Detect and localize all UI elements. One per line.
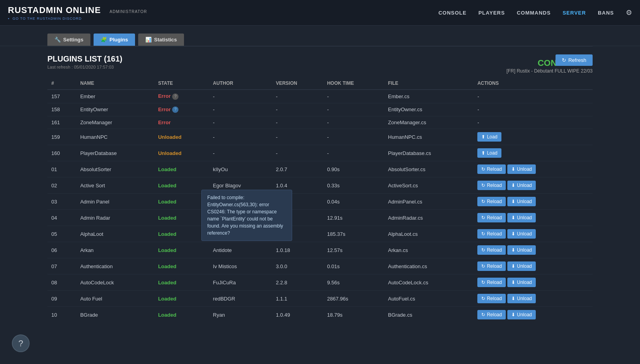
- help-icon[interactable]: ?: [172, 93, 178, 100]
- cell-hooktime: -: [323, 116, 384, 129]
- cell-actions: -: [473, 103, 593, 116]
- cell-file: ZoneManager.cs: [384, 116, 473, 129]
- plugins-table-wrapper: # Name State Author Version Hook time Fi…: [47, 75, 593, 320]
- cell-hooktime: 0.01s: [323, 258, 384, 274]
- unload-button[interactable]: ⬇Unload: [507, 294, 536, 303]
- cell-file: HumanNPC.cs: [384, 129, 473, 145]
- unload-button[interactable]: ⬇Unload: [507, 261, 536, 271]
- unload-button[interactable]: ⬇Unload: [507, 310, 536, 319]
- cell-state: Loaded: [154, 258, 209, 274]
- nav-players[interactable]: PLAYERS: [479, 10, 505, 16]
- nav-bans[interactable]: BANS: [598, 10, 614, 16]
- reload-icon: ↻: [481, 263, 485, 269]
- cell-actions: -: [473, 90, 593, 103]
- unload-icon: ⬇: [511, 199, 515, 204]
- unload-button[interactable]: ⬇Unload: [507, 197, 536, 206]
- unload-icon: ⬇: [511, 247, 515, 253]
- cell-name: AbsolutSorter: [76, 161, 154, 177]
- cell-name: Admin Panel: [76, 194, 154, 210]
- cell-hooktime: 0.90s: [323, 161, 384, 177]
- reload-icon: ↻: [481, 166, 485, 172]
- cell-author: -: [209, 145, 272, 161]
- load-icon: ⬆: [481, 150, 485, 156]
- cell-num: 159: [47, 129, 76, 145]
- cell-actions: ↻Reload⬇Unload: [473, 274, 593, 291]
- cell-file: AdminRadar.cs: [384, 210, 473, 226]
- reload-button[interactable]: ↻Reload: [477, 261, 506, 271]
- unload-button[interactable]: ⬇Unload: [507, 164, 536, 174]
- cell-hooktime: 0.04s: [323, 194, 384, 210]
- cell-state: Loaded: [154, 161, 209, 177]
- cell-author: -: [209, 90, 272, 103]
- unload-button[interactable]: ⬇Unload: [507, 245, 536, 255]
- gear-icon[interactable]: ⚙: [626, 8, 632, 17]
- cell-actions: ↻Reload⬇Unload: [473, 258, 593, 274]
- reload-button[interactable]: ↻Reload: [477, 181, 506, 190]
- unload-button[interactable]: ⬇Unload: [507, 181, 536, 190]
- reload-button[interactable]: ↻Reload: [477, 197, 506, 206]
- cell-hooktime: 9.56s: [323, 274, 384, 291]
- discord-link[interactable]: ▪ GO TO THE RUSTADMIN DISCORD: [8, 17, 147, 21]
- cell-num: 160: [47, 145, 76, 161]
- cell-actions: ↻Reload⬇Unload: [473, 177, 593, 194]
- unload-button[interactable]: ⬇Unload: [507, 213, 536, 222]
- cell-file: AlphaLoot.cs: [384, 226, 473, 242]
- help-icon[interactable]: ?: [172, 106, 178, 113]
- cell-hooktime: 2867.96s: [323, 291, 384, 307]
- tab-plugins[interactable]: 🧩 Plugins: [94, 34, 135, 46]
- cell-file: AutoFuel.cs: [384, 291, 473, 307]
- table-row: 02 Active Sort Loaded Egor Blagov 1.0.4 …: [47, 177, 593, 194]
- reload-button[interactable]: ↻Reload: [477, 310, 506, 319]
- cell-actions: ↻Reload⬇Unload: [473, 242, 593, 258]
- cell-hooktime: 18.79s: [323, 307, 384, 320]
- reload-icon: ↻: [481, 183, 485, 188]
- unload-icon: ⬇: [511, 231, 515, 237]
- cell-num: 05: [47, 226, 76, 242]
- unload-icon: ⬇: [511, 215, 515, 220]
- unload-icon: ⬇: [511, 280, 515, 285]
- reload-button[interactable]: ↻Reload: [477, 294, 506, 303]
- cell-num: 161: [47, 116, 76, 129]
- cell-file: Arkan.cs: [384, 242, 473, 258]
- cell-author: FuJiCuRa: [209, 274, 272, 291]
- reload-icon: ↻: [481, 215, 485, 220]
- cell-file: Authentication.cs: [384, 258, 473, 274]
- help-button[interactable]: ?: [12, 334, 30, 352]
- cell-version: -: [272, 116, 323, 129]
- table-row: 07 Authentication Loaded Iv Misticos 3.0…: [47, 258, 593, 274]
- nav-console[interactable]: CONSOLE: [438, 10, 466, 16]
- unload-button[interactable]: ⬇Unload: [507, 229, 536, 239]
- reload-button[interactable]: ↻Reload: [477, 278, 506, 287]
- refresh-button[interactable]: ↻ Refresh: [556, 54, 593, 66]
- reload-button[interactable]: ↻Reload: [477, 213, 506, 222]
- nav-server[interactable]: SERVER: [563, 10, 586, 16]
- col-actions: Actions: [473, 77, 593, 90]
- load-button[interactable]: ⬆Load: [477, 132, 501, 142]
- cell-state: Loaded: [154, 194, 209, 210]
- col-version: Version: [272, 77, 323, 90]
- cell-actions: ↻Reload⬇Unload: [473, 194, 593, 210]
- unload-button[interactable]: ⬇Unload: [507, 278, 536, 287]
- reload-icon: ↻: [481, 280, 485, 285]
- load-icon: ⬆: [481, 134, 485, 140]
- tab-statistics[interactable]: 📊 Statistics: [138, 34, 184, 46]
- load-button[interactable]: ⬆Load: [477, 148, 501, 158]
- top-navigation: RUSTADMIN ONLINE ADMINISTRATOR ▪ GO TO T…: [0, 0, 640, 26]
- cell-num: 02: [47, 177, 76, 194]
- reload-button[interactable]: ↻Reload: [477, 164, 506, 174]
- cell-num: 10: [47, 307, 76, 320]
- cell-version: -: [272, 103, 323, 116]
- table-row: 161 ZoneManager Error - - - ZoneManager.…: [47, 116, 593, 129]
- cell-file: AdminPanel.cs: [384, 194, 473, 210]
- cell-author: -: [209, 129, 272, 145]
- col-num: #: [47, 77, 76, 90]
- tab-settings[interactable]: 🔧 Settings: [47, 34, 90, 46]
- reload-button[interactable]: ↻Reload: [477, 245, 506, 255]
- cell-author: Antidote: [209, 242, 272, 258]
- cell-name: Admin Radar: [76, 210, 154, 226]
- nav-commands[interactable]: COMMANDS: [517, 10, 551, 16]
- reload-button[interactable]: ↻Reload: [477, 229, 506, 239]
- cell-version: 2.0.7: [272, 161, 323, 177]
- cell-author: Iv Misticos: [209, 258, 272, 274]
- table-row: 05 AlphaLoot Loaded FuJiKuRa 2.5.2 185.3…: [47, 226, 593, 242]
